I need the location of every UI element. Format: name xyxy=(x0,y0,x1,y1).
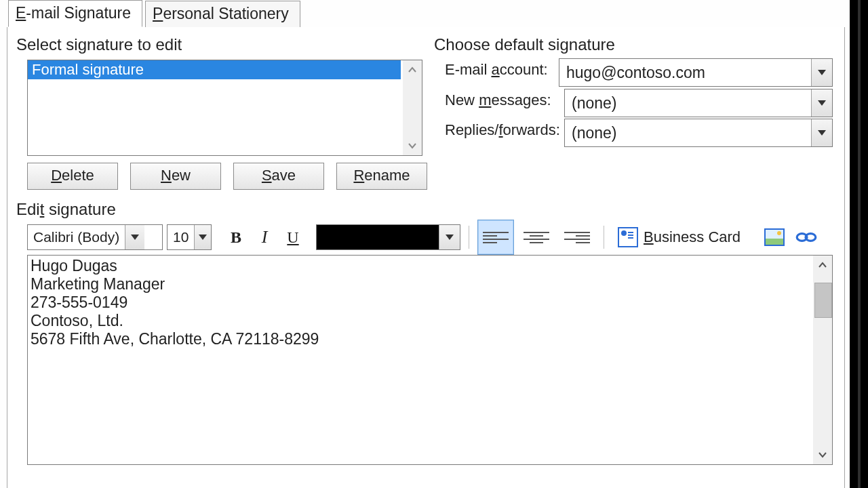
email-account-label: E-mail account: xyxy=(445,61,548,79)
chevron-down-icon[interactable] xyxy=(811,59,832,86)
toolbar-separator xyxy=(604,226,604,249)
scroll-down-icon[interactable] xyxy=(813,445,832,464)
align-right-button[interactable] xyxy=(559,220,595,255)
replies-forwards-value: (none) xyxy=(565,119,811,146)
toolbar-separator xyxy=(469,226,469,249)
insert-picture-button[interactable] xyxy=(761,224,788,250)
signature-editor[interactable]: Hugo Dugas Marketing Manager 273-555-014… xyxy=(27,255,833,465)
scrollbar-thumb[interactable] xyxy=(814,283,832,318)
signature-buttons: Delete New Save Rename xyxy=(27,163,427,190)
chevron-down-icon[interactable] xyxy=(194,225,211,249)
delete-button[interactable]: Delete xyxy=(27,163,118,190)
align-left-button[interactable] xyxy=(477,220,514,255)
picture-icon xyxy=(764,228,785,246)
signatures-dialog: E-mail Signature Personal Stationery Sel… xyxy=(0,0,850,488)
font-family-value: Calibri (Body) xyxy=(28,229,125,245)
scroll-down-icon[interactable] xyxy=(403,136,422,155)
color-swatch-icon xyxy=(317,225,439,249)
format-toolbar: Calibri (Body) 10 B I U Business Card xyxy=(27,224,821,251)
tab-bar: E-mail Signature Personal Stationery xyxy=(8,0,303,27)
business-card-button[interactable]: Business Card xyxy=(612,224,746,250)
chevron-down-icon[interactable] xyxy=(439,225,460,249)
italic-button[interactable]: I xyxy=(252,224,277,250)
hyperlink-icon xyxy=(795,228,818,246)
new-messages-label: New messages: xyxy=(445,92,551,109)
tab-email-signature[interactable]: E-mail Signature xyxy=(8,0,142,27)
window-edge xyxy=(850,0,868,488)
scroll-up-icon[interactable] xyxy=(813,256,832,274)
rename-button[interactable]: Rename xyxy=(336,163,427,190)
editor-scrollbar[interactable] xyxy=(813,256,832,464)
chevron-down-icon[interactable] xyxy=(125,225,144,249)
save-button[interactable]: Save xyxy=(233,163,324,190)
new-button[interactable]: New xyxy=(130,163,221,190)
align-center-button[interactable] xyxy=(518,220,555,255)
bold-button[interactable]: B xyxy=(224,224,248,250)
listbox-scrollbar[interactable] xyxy=(403,60,422,155)
font-color-combo[interactable] xyxy=(316,224,460,250)
font-size-combo[interactable]: 10 xyxy=(167,224,212,250)
tab-personal-stationery[interactable]: Personal Stationery xyxy=(145,1,300,27)
chevron-down-icon[interactable] xyxy=(811,119,832,146)
replies-forwards-combo[interactable]: (none) xyxy=(564,119,833,147)
replies-forwards-label: Replies/forwards: xyxy=(445,121,560,139)
choose-default-label: Choose default signature xyxy=(434,35,615,54)
signature-item[interactable]: Formal signature xyxy=(28,60,401,79)
email-account-combo[interactable]: hugo@contoso.com xyxy=(559,58,833,87)
edit-signature-label: Edit signature xyxy=(16,200,116,219)
chevron-down-icon[interactable] xyxy=(811,89,832,117)
select-signature-label: Select signature to edit xyxy=(16,35,182,54)
underline-button[interactable]: U xyxy=(281,224,305,250)
scroll-up-icon[interactable] xyxy=(403,60,422,79)
font-size-value: 10 xyxy=(167,229,194,245)
new-messages-combo[interactable]: (none) xyxy=(564,89,833,117)
font-family-combo[interactable]: Calibri (Body) xyxy=(27,224,163,250)
signature-listbox[interactable]: Formal signature xyxy=(27,60,422,156)
insert-hyperlink-button[interactable] xyxy=(792,224,821,250)
signature-content[interactable]: Hugo Dugas Marketing Manager 273-555-014… xyxy=(31,257,812,348)
email-account-value: hugo@contoso.com xyxy=(559,59,811,86)
scrollbar-track[interactable] xyxy=(813,274,832,445)
business-card-icon xyxy=(618,227,638,247)
new-messages-value: (none) xyxy=(565,89,811,117)
